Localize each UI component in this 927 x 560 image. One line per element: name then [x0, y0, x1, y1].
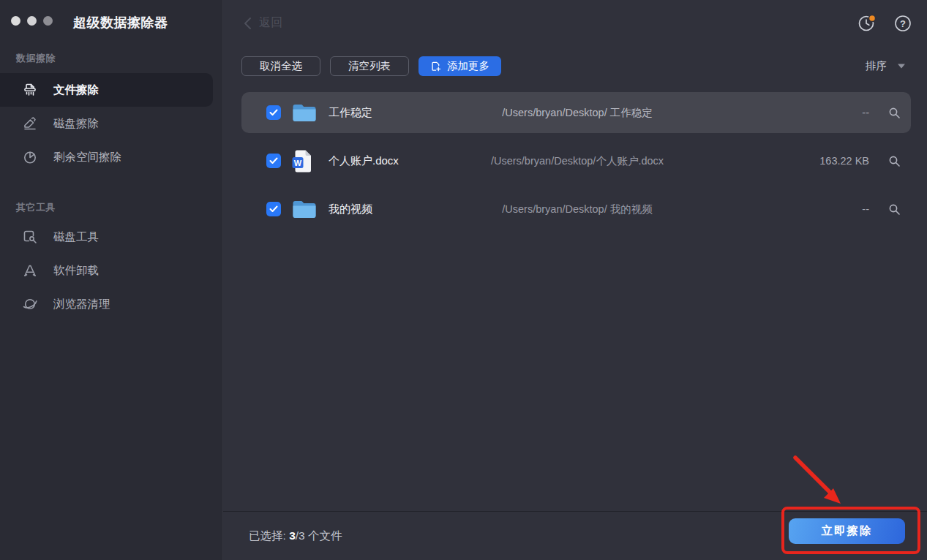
app-title: 超级数据擦除器 — [73, 14, 168, 31]
chevron-left-icon — [244, 17, 252, 30]
file-size: 163.22 KB — [781, 155, 869, 167]
sidebar-item-disk-tools[interactable]: 磁盘工具 — [0, 220, 213, 254]
table-row[interactable]: 我的视频 /Users/bryan/Desktop/ 我的视频 -- — [241, 189, 911, 230]
list-toolbar: 取消全选 清空列表 添加更多 排序 — [241, 56, 905, 76]
search-icon[interactable] — [888, 107, 901, 119]
sidebar-item-free-space-erase[interactable]: 剩余空间擦除 — [0, 140, 213, 174]
folder-icon — [292, 200, 316, 219]
file-name: 我的视频 — [329, 203, 438, 216]
erase-now-button[interactable]: 立即擦除 — [789, 518, 905, 544]
sidebar-item-label: 磁盘擦除 — [53, 116, 99, 132]
back-label: 返回 — [259, 15, 282, 31]
file-name: 个人账户.docx — [329, 154, 438, 168]
window-zoom-button[interactable] — [43, 16, 53, 26]
footer-bar: 已选择: 3/3 个文件 立即擦除 — [223, 511, 927, 560]
deselect-all-button[interactable]: 取消全选 — [241, 56, 320, 76]
main-panel: 返回 ? 取消全选 清空列表 添加更多 排序 — [223, 0, 927, 560]
search-icon[interactable] — [888, 203, 901, 216]
sidebar-item-label: 剩余空间擦除 — [53, 150, 121, 165]
table-row[interactable]: W 个人账户.docx /Users/bryan/Desktop/个人账户.do… — [241, 140, 911, 181]
check-icon — [269, 157, 278, 164]
file-name: 工作稳定 — [329, 106, 438, 120]
clear-list-button[interactable]: 清空列表 — [330, 56, 409, 76]
file-path: /Users/bryan/Desktop/ 工作稳定 — [438, 106, 716, 120]
sidebar-item-app-uninstall[interactable]: 软件卸载 — [0, 254, 213, 287]
search-icon[interactable] — [888, 155, 901, 167]
notification-badge — [869, 15, 876, 22]
shredder-icon — [22, 82, 38, 98]
row-checkbox-checked[interactable] — [266, 105, 281, 120]
selected-count: 3 — [289, 529, 296, 542]
sort-control[interactable]: 排序 — [866, 59, 905, 73]
svg-text:?: ? — [900, 18, 906, 29]
window-minimize-button[interactable] — [27, 16, 37, 26]
add-file-icon — [430, 61, 441, 72]
check-icon — [269, 205, 278, 213]
uninstall-icon — [22, 262, 38, 279]
file-list: 工作稳定 /Users/bryan/Desktop/ 工作稳定 -- — [241, 92, 911, 237]
file-path: /Users/bryan/Desktop/个人账户.docx — [438, 154, 716, 168]
annotation-highlight-box: 立即擦除 — [781, 507, 920, 554]
sidebar-item-label: 浏览器清理 — [53, 297, 110, 312]
sidebar-item-file-erase[interactable]: 文件擦除 — [0, 73, 213, 107]
add-more-button[interactable]: 添加更多 — [419, 56, 501, 76]
check-icon — [269, 109, 278, 116]
sidebar-item-label: 磁盘工具 — [53, 230, 99, 245]
row-checkbox-checked[interactable] — [266, 154, 281, 168]
file-size: -- — [781, 203, 869, 215]
selection-status: 已选择: 3/3 个文件 — [249, 529, 342, 544]
file-size: -- — [781, 107, 869, 118]
sidebar-item-label: 软件卸载 — [53, 263, 99, 279]
sidebar-item-browser-clean[interactable]: 浏览器清理 — [0, 287, 213, 321]
sort-label: 排序 — [866, 59, 887, 73]
pie-chart-icon — [22, 149, 38, 165]
back-button[interactable]: 返回 — [244, 15, 282, 31]
disk-wrench-icon — [22, 229, 38, 245]
add-more-label: 添加更多 — [447, 59, 489, 73]
sidebar: 超级数据擦除器 数据擦除 文件擦除 磁盘擦除 剩余空间擦 — [0, 0, 223, 560]
file-path: /Users/bryan/Desktop/ 我的视频 — [438, 203, 716, 216]
row-checkbox-checked[interactable] — [266, 202, 281, 216]
svg-text:W: W — [294, 158, 302, 167]
word-document-icon: W — [292, 149, 316, 173]
help-icon[interactable]: ? — [893, 14, 912, 33]
chevron-down-icon — [898, 64, 905, 69]
folder-icon — [292, 103, 316, 123]
sidebar-section-data-erase: 数据擦除 — [16, 52, 56, 65]
table-row[interactable]: 工作稳定 /Users/bryan/Desktop/ 工作稳定 -- — [241, 92, 911, 133]
window-controls[interactable] — [11, 16, 53, 26]
browser-globe-icon — [22, 296, 38, 312]
disk-erase-icon — [22, 116, 38, 132]
sidebar-item-disk-erase[interactable]: 磁盘擦除 — [0, 107, 213, 140]
sidebar-item-label: 文件擦除 — [53, 83, 99, 98]
window-close-button[interactable] — [11, 16, 20, 26]
history-icon[interactable] — [857, 13, 877, 34]
sidebar-section-other-tools: 其它工具 — [16, 201, 56, 214]
